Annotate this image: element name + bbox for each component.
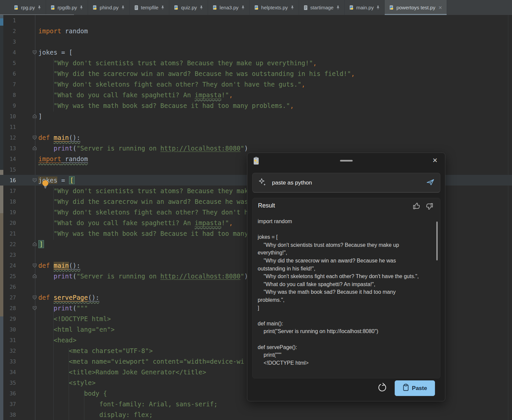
code-line[interactable]: 11 <box>0 122 512 132</box>
paste-button-label: Paste <box>412 385 427 392</box>
pin-icon[interactable] <box>336 5 340 10</box>
fold-marker-icon[interactable] <box>32 146 38 151</box>
fold-marker-icon[interactable] <box>32 295 38 300</box>
line-number: 29 <box>4 316 16 322</box>
python-file-icon <box>254 5 259 10</box>
tab-startimage[interactable]: startimage <box>299 0 345 15</box>
pin-icon[interactable] <box>199 5 203 10</box>
thumbs-up-icon[interactable] <box>413 202 421 211</box>
pin-icon[interactable] <box>161 5 165 10</box>
fold-marker-icon[interactable] <box>32 242 38 246</box>
code-text: "What do you call fake spaghetti? An imp… <box>38 90 233 100</box>
fold-marker-icon[interactable] <box>32 274 38 278</box>
code-line[interactable]: 7 "Why don't skeletons fight each other?… <box>0 79 512 90</box>
line-number: 23 <box>4 252 16 258</box>
line-number: 10 <box>4 113 16 120</box>
prompt-input-value[interactable]: paste as python <box>272 180 426 186</box>
line-number: 20 <box>4 220 16 226</box>
code-line[interactable]: 2import random <box>0 26 512 36</box>
code-text: def main(): <box>38 132 80 143</box>
pin-icon[interactable] <box>121 5 125 10</box>
code-line[interactable]: 4jokes = [ <box>0 47 512 58</box>
ai-prompt-input-box[interactable]: paste as python <box>252 173 440 193</box>
line-number: 38 <box>4 412 16 418</box>
line-number: 6 <box>4 71 16 77</box>
tab-tempfile[interactable]: tempfile <box>130 0 170 15</box>
result-scrollbar-thumb[interactable] <box>436 221 438 260</box>
tab-main-py[interactable]: main.py <box>345 0 385 15</box>
result-title: Result <box>258 202 275 209</box>
tab-label: main.py <box>356 5 374 10</box>
paste-button[interactable]: Paste <box>395 380 435 396</box>
line-number: 31 <box>4 337 16 343</box>
code-text: def servePage(): <box>38 292 99 303</box>
tabbar-spacer <box>0 0 9 15</box>
line-number: 15 <box>4 167 16 173</box>
tab-lena3-py[interactable]: lena3.py <box>208 0 250 15</box>
pin-icon[interactable] <box>376 5 380 10</box>
tab-helptexts-py[interactable]: helptexts.py <box>250 0 299 15</box>
tab-close-icon[interactable]: ✕ <box>438 5 442 10</box>
sparkle-ai-icon <box>258 178 267 188</box>
code-text: <meta charset="UTF-8"> <box>38 345 153 356</box>
code-line[interactable]: 13 print("Server is running on http://lo… <box>0 143 512 154</box>
code-text: ] <box>38 111 42 122</box>
line-number: 26 <box>4 284 16 290</box>
result-card: Result import random jokes = [ "Why don'… <box>252 198 440 378</box>
code-line[interactable]: 8 "What do you call fake spaghetti? An i… <box>0 90 512 100</box>
line-number: 4 <box>4 49 16 56</box>
code-line[interactable]: 1 <box>0 15 512 26</box>
tab-rpg-py[interactable]: rpg.py <box>9 0 46 15</box>
thumbs-down-icon[interactable] <box>425 203 433 211</box>
fold-marker-icon[interactable] <box>32 263 38 268</box>
tab-phind-py[interactable]: phind.py <box>88 0 130 15</box>
drag-handle[interactable] <box>340 160 353 162</box>
line-number: 1 <box>4 17 16 24</box>
pin-icon[interactable] <box>290 5 294 10</box>
line-number: 8 <box>4 92 16 98</box>
fold-marker-icon[interactable] <box>32 114 38 119</box>
code-line[interactable]: 12def main(): <box>0 132 512 143</box>
tab-powertoys-test-py[interactable]: powertoys test.py ✕ <box>385 0 447 15</box>
code-line[interactable]: 3 <box>0 36 512 47</box>
python-file-icon <box>92 5 97 10</box>
tab-rpgdb-py[interactable]: rpgdb.py <box>46 0 88 15</box>
intention-lightbulb-icon[interactable] <box>41 180 49 191</box>
clipboard-icon <box>403 384 409 393</box>
tab-label: helptexts.py <box>261 5 288 10</box>
line-number: 32 <box>4 348 16 354</box>
python-file-icon <box>212 5 217 10</box>
line-number: 24 <box>4 262 16 269</box>
fold-marker-icon[interactable] <box>32 50 38 55</box>
tab-label: lena3.py <box>220 5 239 10</box>
advanced-paste-app-icon <box>253 157 260 167</box>
code-text: <style> <box>38 377 96 388</box>
line-number: 17 <box>4 188 16 194</box>
code-line[interactable]: 10] <box>0 111 512 122</box>
line-number: 30 <box>4 326 16 333</box>
close-icon[interactable]: ✕ <box>432 157 438 164</box>
regenerate-icon[interactable] <box>377 382 388 395</box>
pin-icon[interactable] <box>37 5 41 10</box>
code-line[interactable]: 38 display: flex; <box>0 409 512 420</box>
code-line[interactable]: 6 "Why did the scarecrow win an award? B… <box>0 68 512 79</box>
fold-marker-icon[interactable] <box>32 306 38 310</box>
line-number: 7 <box>4 81 16 88</box>
code-text: font-family: Arial, sans-serif; <box>38 399 218 409</box>
code-line[interactable]: 9 "Why was the math book sad? Because it… <box>0 100 512 111</box>
fold-marker-icon[interactable] <box>32 135 38 140</box>
send-icon[interactable] <box>426 178 435 188</box>
line-number: 33 <box>4 358 16 365</box>
line-number: 12 <box>4 135 16 141</box>
pin-icon[interactable] <box>79 5 83 10</box>
code-text: <title>Random Joke Generator</title> <box>38 367 206 377</box>
result-code-text: import random jokes = [ "Why don't scien… <box>258 217 433 376</box>
line-number: 3 <box>4 39 16 45</box>
pin-icon[interactable] <box>241 5 245 10</box>
fold-marker-icon[interactable] <box>32 178 38 183</box>
tab-quiz-py[interactable]: quiz.py <box>169 0 208 15</box>
code-text: print(""" <box>38 303 88 313</box>
code-text: "Why don't scientists trust atoms? Becau… <box>38 58 317 68</box>
code-text: jokes = [ <box>38 47 73 58</box>
code-line[interactable]: 5 "Why don't scientists trust atoms? Bec… <box>0 58 512 68</box>
